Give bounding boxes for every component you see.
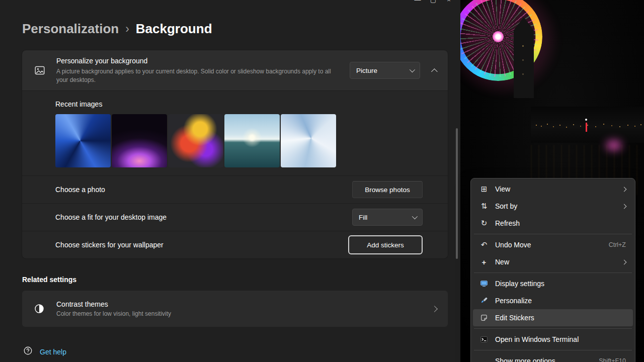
menu-item-undo-move[interactable]: ↶ Undo Move Ctrl+Z bbox=[473, 236, 633, 253]
menu-item-sort-by[interactable]: ⇅ Sort by bbox=[473, 198, 633, 215]
menu-item-label: Sort by bbox=[495, 202, 622, 210]
church-tower-silhouette bbox=[514, 30, 534, 98]
maximize-button[interactable]: ▢ bbox=[430, 0, 437, 4]
menu-item-label: Personalize bbox=[495, 297, 628, 305]
menu-separator bbox=[474, 234, 632, 234]
desktop-context-menu: ⊞ View ⇅ Sort by ↻ Refresh ↶ Undo Move C… bbox=[470, 178, 635, 362]
menu-item-label: Open in Windows Terminal bbox=[495, 335, 628, 343]
settings-window: — ▢ × Personalization › Background Perso… bbox=[0, 0, 460, 362]
contrast-themes-title: Contrast themes bbox=[56, 300, 432, 308]
recent-images-strip bbox=[55, 114, 448, 167]
breadcrumb-separator-icon: › bbox=[125, 22, 129, 36]
submenu-chevron-icon bbox=[622, 187, 627, 192]
recent-images-section: Recent images bbox=[22, 91, 448, 175]
window-controls: — ▢ × bbox=[414, 0, 452, 4]
background-setting-rows: Choose a photo Browse photos Choose a fi… bbox=[22, 175, 448, 258]
screenshot-root: — ▢ × Personalization › Background Perso… bbox=[0, 0, 644, 362]
background-type-value: Picture bbox=[356, 67, 377, 74]
fit-dropdown-value: Fill bbox=[359, 214, 367, 221]
menu-item-label: Edit Stickers bbox=[495, 314, 628, 322]
submenu-chevron-icon bbox=[622, 259, 627, 264]
chevron-down-icon bbox=[410, 67, 415, 72]
choose-photo-label: Choose a photo bbox=[55, 186, 105, 194]
contrast-themes-text: Contrast themes Color themes for low vis… bbox=[56, 300, 432, 317]
menu-item-label: New bbox=[495, 258, 622, 266]
background-expander-text: Personalize your background A picture ba… bbox=[56, 57, 350, 84]
chevron-up-icon[interactable] bbox=[431, 68, 438, 75]
menu-separator bbox=[474, 350, 632, 350]
section-description: A picture background applies to your cur… bbox=[56, 67, 337, 84]
section-title: Personalize your background bbox=[56, 57, 350, 65]
menu-item-label: Undo Move bbox=[495, 241, 609, 249]
background-type-dropdown[interactable]: Picture bbox=[350, 62, 420, 79]
get-help-link[interactable]: Get help bbox=[40, 348, 66, 356]
refresh-icon: ↻ bbox=[479, 219, 489, 228]
contrast-icon bbox=[34, 304, 46, 314]
choose-fit-row: Choose a fit for your desktop image Fill bbox=[22, 203, 448, 231]
menu-item-label: View bbox=[495, 185, 622, 193]
menu-item-label: Show more options bbox=[495, 357, 599, 362]
menu-item-shortcut: Shift+F10 bbox=[599, 357, 626, 362]
choose-stickers-row: Choose stickers for your wallpaper Add s… bbox=[22, 231, 448, 258]
get-help-row: Get help bbox=[23, 346, 66, 357]
breadcrumb: Personalization › Background bbox=[22, 21, 212, 37]
menu-item-open-in-windows-terminal[interactable]: Open in Windows Terminal bbox=[473, 331, 633, 348]
page-title: Background bbox=[136, 21, 212, 37]
background-expander-body: Recent images Choose a photo Browse phot… bbox=[22, 91, 448, 258]
chevron-right-icon bbox=[431, 306, 438, 312]
recent-image-light-bloom[interactable] bbox=[281, 114, 336, 167]
undo-icon: ↶ bbox=[479, 240, 489, 249]
menu-item-view[interactable]: ⊞ View bbox=[473, 180, 633, 198]
city-lights bbox=[536, 125, 537, 126]
add-stickers-button[interactable]: Add stickers bbox=[348, 235, 423, 254]
contrast-themes-description: Color themes for low vision, light sensi… bbox=[56, 310, 432, 317]
choose-photo-row: Choose a photo Browse photos bbox=[22, 175, 448, 203]
grid-view-icon: ⊞ bbox=[479, 185, 489, 194]
menu-item-shortcut: Ctrl+Z bbox=[609, 241, 626, 248]
help-icon bbox=[23, 346, 33, 357]
choose-fit-label: Choose a fit for your desktop image bbox=[55, 213, 167, 221]
choose-stickers-label: Choose stickers for your wallpaper bbox=[55, 241, 164, 249]
terminal-icon bbox=[479, 335, 489, 343]
settings-scrollbar[interactable] bbox=[456, 128, 458, 259]
menu-item-personalize[interactable]: Personalize bbox=[473, 292, 633, 309]
menu-item-label: Display settings bbox=[495, 280, 628, 288]
menu-item-label: Refresh bbox=[495, 219, 628, 227]
menu-item-display-settings[interactable]: Display settings bbox=[473, 275, 633, 292]
menu-item-new[interactable]: + New bbox=[473, 253, 633, 270]
breadcrumb-personalization[interactable]: Personalization bbox=[22, 21, 119, 37]
white-light bbox=[585, 119, 587, 121]
menu-item-refresh[interactable]: ↻ Refresh bbox=[473, 215, 633, 232]
minimize-button[interactable]: — bbox=[414, 0, 421, 4]
city-skyline bbox=[531, 107, 644, 143]
sticker-icon bbox=[479, 314, 489, 322]
recent-image-dark-horizon-glow[interactable] bbox=[112, 114, 167, 167]
recent-image-abstract-flower[interactable] bbox=[168, 114, 223, 167]
menu-item-edit-stickers[interactable]: Edit Stickers bbox=[473, 309, 633, 326]
recent-image-lake-sunrise[interactable] bbox=[224, 114, 280, 167]
picture-icon bbox=[34, 65, 46, 76]
menu-separator bbox=[474, 273, 632, 273]
red-light bbox=[586, 123, 587, 132]
menu-item-show-more-options[interactable]: Show more options Shift+F10 bbox=[473, 352, 633, 362]
recent-image-blue-bloom[interactable] bbox=[55, 114, 111, 167]
browse-photos-button[interactable]: Browse photos bbox=[352, 181, 423, 198]
chevron-down-icon bbox=[412, 214, 418, 219]
ferris-wheel-hub bbox=[493, 31, 504, 42]
sort-icon: ⇅ bbox=[479, 202, 489, 211]
display-icon bbox=[479, 280, 489, 288]
recent-images-label: Recent images bbox=[55, 100, 448, 108]
background-expander-card: Personalize your background A picture ba… bbox=[22, 50, 448, 258]
new-item-icon: + bbox=[479, 258, 489, 266]
related-settings-heading: Related settings bbox=[22, 276, 76, 284]
contrast-themes-card[interactable]: Contrast themes Color themes for low vis… bbox=[22, 291, 448, 327]
fit-dropdown[interactable]: Fill bbox=[352, 209, 423, 226]
paintbrush-icon bbox=[479, 297, 489, 305]
menu-separator bbox=[474, 328, 632, 329]
close-button[interactable]: × bbox=[445, 0, 452, 4]
background-expander-header[interactable]: Personalize your background A picture ba… bbox=[22, 50, 448, 91]
submenu-chevron-icon bbox=[622, 204, 627, 209]
